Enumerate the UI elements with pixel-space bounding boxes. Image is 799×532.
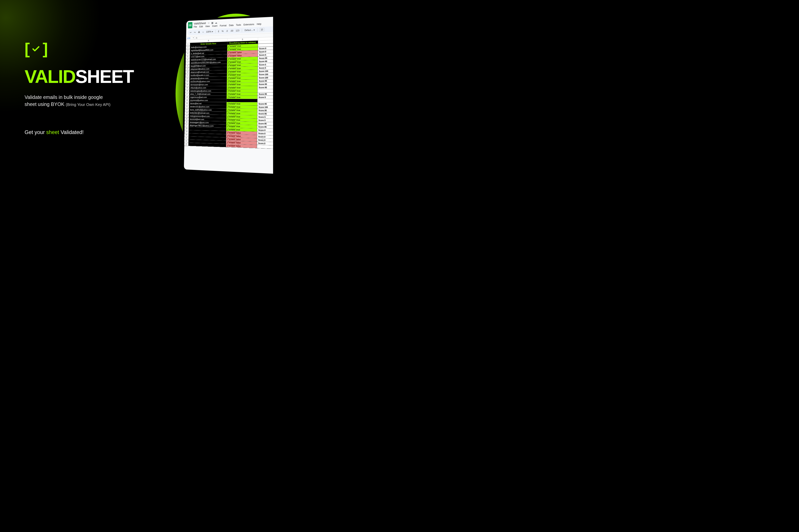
cell-email[interactable]: dazey@wt.net — [189, 102, 227, 105]
font-size[interactable]: 10 — [259, 28, 264, 32]
cell-result[interactable]: {"IsValid":true — [226, 125, 257, 128]
cell-score[interactable]: Score:5 — [257, 115, 273, 119]
row-number[interactable]: 28 — [185, 127, 189, 130]
header-score[interactable] — [258, 40, 273, 43]
menu-file[interactable]: File — [194, 25, 197, 28]
cell-result[interactable]: {"IsValid":true — [227, 86, 258, 89]
cell-result[interactable]: {"IsValid":true — [227, 102, 258, 106]
cell-score[interactable]: Score:0 — [258, 50, 273, 54]
row-number[interactable]: 11 — [186, 74, 190, 77]
cell-score[interactable] — [258, 43, 273, 47]
cell-result[interactable]: {"IsValid":true — [227, 89, 258, 92]
corner-cell[interactable] — [186, 40, 190, 43]
cell-score[interactable]: Score:5 — [258, 53, 273, 57]
menu-tools[interactable]: Tools — [236, 24, 241, 26]
row-number[interactable]: 30 — [185, 133, 189, 136]
cell-result[interactable]: {"IsValid":true — [227, 115, 257, 118]
menu-data[interactable]: Data — [229, 24, 233, 26]
cell-email[interactable]: jolayssard@yahoo.com — [190, 67, 227, 71]
cell-score[interactable]: Score:100 — [258, 73, 273, 76]
cell-email[interactable]: dukedouglas@yahoo.com — [189, 89, 227, 93]
cell-email[interactable]: rjzymmyl@yahoo.com — [189, 99, 227, 102]
cell-score[interactable]: Score:100 — [258, 106, 273, 109]
spreadsheet-grid[interactable]: A B 1 Enter Emails Here Result(drag down… — [184, 37, 273, 174]
menu-insert[interactable]: Insert — [212, 24, 217, 27]
name-box[interactable]: L33 — [186, 36, 195, 40]
cell-result[interactable]: {"IsValid":true — [227, 70, 258, 73]
cell-score[interactable]: Score:100 — [258, 70, 273, 73]
cell-result[interactable]: {"IsValid":true — [227, 79, 258, 83]
menu-view[interactable]: View — [205, 25, 210, 28]
cell-score[interactable]: Score:95 — [258, 79, 273, 82]
menu-help[interactable]: Help — [257, 23, 261, 25]
row-number[interactable]: 27 — [185, 124, 189, 127]
row-number[interactable]: 13 — [185, 80, 189, 83]
zoom-select[interactable]: 100% ▾ — [205, 30, 214, 34]
cell-score[interactable]: Score:5 — [258, 63, 273, 66]
row-number[interactable]: 32 — [184, 139, 188, 142]
number-format-button[interactable]: 123 — [235, 29, 240, 32]
cell-email[interactable]: rogermcoy@aol.com — [189, 96, 227, 99]
cell-score[interactable]: Score:95 — [257, 109, 273, 112]
undo-button[interactable]: ↩ — [189, 31, 192, 34]
row-number[interactable]: 14 — [185, 83, 189, 86]
percent-button[interactable]: % — [221, 30, 224, 33]
cell-score[interactable]: Score:5 — [258, 96, 273, 99]
cell-email[interactable]: eleanoro@hotmail.com — [190, 70, 227, 74]
row-number[interactable]: 20 — [185, 102, 189, 105]
row-number[interactable]: 21 — [185, 105, 189, 108]
row-number[interactable]: 16 — [185, 90, 189, 93]
cell-email[interactable]: vfduck@yahoo.com — [189, 86, 227, 89]
col-header-c[interactable] — [258, 37, 273, 41]
cell-email[interactable]: janasstar@yahoo.com — [189, 77, 227, 80]
row-number[interactable]: 7 — [186, 61, 190, 64]
cell-result[interactable]: {"IsValid":true — [227, 83, 258, 86]
currency-button[interactable]: £ — [217, 30, 220, 33]
row-number[interactable]: 19 — [185, 99, 189, 102]
row-number[interactable]: 31 — [184, 136, 188, 139]
cell-result[interactable]: {"IsValid":true — [227, 105, 257, 109]
row-number[interactable]: 3 — [186, 49, 190, 52]
menu-format[interactable]: Format — [220, 24, 227, 27]
row-number[interactable]: 1 — [186, 43, 190, 46]
cell-score[interactable]: Score:95 — [258, 56, 273, 60]
cell-score[interactable]: Score:95 — [257, 122, 273, 126]
menu-edit[interactable]: Edit — [199, 25, 203, 28]
row-number[interactable]: 23 — [185, 111, 189, 114]
cell-result[interactable]: {"IsValid":true — [227, 73, 258, 76]
cell-result[interactable]: {"IsValid":true — [227, 112, 257, 115]
cell-score[interactable] — [258, 89, 273, 92]
cell-result[interactable]: {"IsValid":true — [227, 60, 258, 64]
row-number[interactable]: 18 — [185, 96, 189, 99]
cell-score[interactable]: Score:95 — [258, 102, 273, 106]
cell-email[interactable]: huntfool@austin.rr.com — [189, 73, 227, 77]
row-number[interactable]: 2 — [186, 46, 190, 49]
cell-email[interactable]: bettyfuller@hotmail.com — [189, 111, 227, 115]
decrease-decimal-button[interactable]: .0 — [225, 29, 229, 33]
row-number[interactable]: 10 — [186, 71, 190, 74]
cell-score[interactable]: Score:0 — [258, 46, 273, 50]
row-number[interactable]: 33 — [184, 142, 188, 146]
cell-email[interactable]: laura_walthall@yahoo.com — [189, 108, 227, 112]
increase-decimal-button[interactable]: .00 — [230, 29, 234, 33]
cell-result[interactable]: {"IsValid":true — [227, 96, 258, 99]
row-number[interactable]: 4 — [186, 52, 190, 55]
cell-email[interactable]: mistygreeneyz@aol.com — [189, 115, 227, 118]
row-number[interactable]: 12 — [185, 77, 189, 80]
cell-result[interactable]: {"IsValid":true — [227, 63, 258, 67]
row-number[interactable]: 6 — [186, 58, 190, 61]
row-number[interactable]: 8 — [186, 64, 190, 68]
move-icon[interactable]: ▣ — [211, 21, 214, 24]
cell-score[interactable]: Score:5 — [258, 66, 273, 70]
cell-result[interactable] — [227, 99, 258, 102]
paint-format-button[interactable]: ⟐ — [202, 30, 204, 34]
cell-score[interactable] — [258, 99, 273, 102]
cell-score[interactable]: Score:95 — [258, 82, 273, 86]
row-number[interactable]: 5 — [186, 55, 190, 58]
cell-result[interactable]: {"IsValid":true — [226, 121, 257, 125]
document-title[interactable]: ValidSheet — [194, 21, 206, 25]
cloud-icon[interactable]: ☁ — [215, 21, 217, 24]
cell-email[interactable]: elvis_7_24@hotmail.com — [189, 93, 227, 95]
menu-extensions[interactable]: Extensions — [244, 23, 254, 26]
cell-score[interactable]: Score:0 — [257, 129, 273, 132]
